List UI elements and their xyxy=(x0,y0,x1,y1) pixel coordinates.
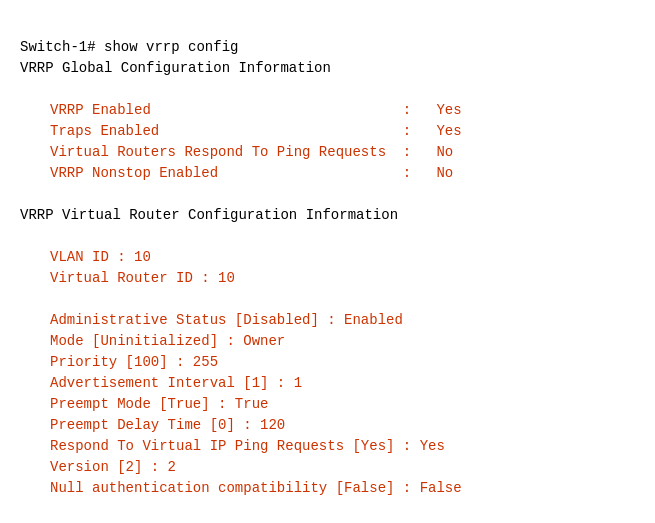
terminal-line: Advertisement Interval [1] : 1 xyxy=(20,373,635,394)
terminal-line: VRRP Nonstop Enabled : No xyxy=(20,163,635,184)
terminal-line xyxy=(20,79,635,100)
terminal-line: Traps Enabled : Yes xyxy=(20,121,635,142)
terminal-line: Virtual Router ID : 10 xyxy=(20,268,635,289)
terminal-line: VRRP Enabled : Yes xyxy=(20,100,635,121)
terminal-line: VLAN ID : 10 xyxy=(20,247,635,268)
terminal-line: Version [2] : 2 xyxy=(20,457,635,478)
terminal-line xyxy=(20,184,635,205)
terminal-line: VRRP Global Configuration Information xyxy=(20,58,635,79)
terminal-line: Virtual Routers Respond To Ping Requests… xyxy=(20,142,635,163)
terminal-line: Preempt Mode [True] : True xyxy=(20,394,635,415)
terminal-line: Respond To Virtual IP Ping Requests [Yes… xyxy=(20,436,635,457)
terminal-line xyxy=(20,289,635,310)
terminal-line xyxy=(20,226,635,247)
terminal-output: Switch-1# show vrrp configVRRP Global Co… xyxy=(20,16,635,499)
terminal-line: Administrative Status [Disabled] : Enabl… xyxy=(20,310,635,331)
terminal-line: VRRP Virtual Router Configuration Inform… xyxy=(20,205,635,226)
terminal-line: Preempt Delay Time [0] : 120 xyxy=(20,415,635,436)
terminal-line: Switch-1# show vrrp config xyxy=(20,37,635,58)
terminal-line: Priority [100] : 255 xyxy=(20,352,635,373)
terminal-line: Mode [Uninitialized] : Owner xyxy=(20,331,635,352)
terminal-line: Null authentication compatibility [False… xyxy=(20,478,635,499)
